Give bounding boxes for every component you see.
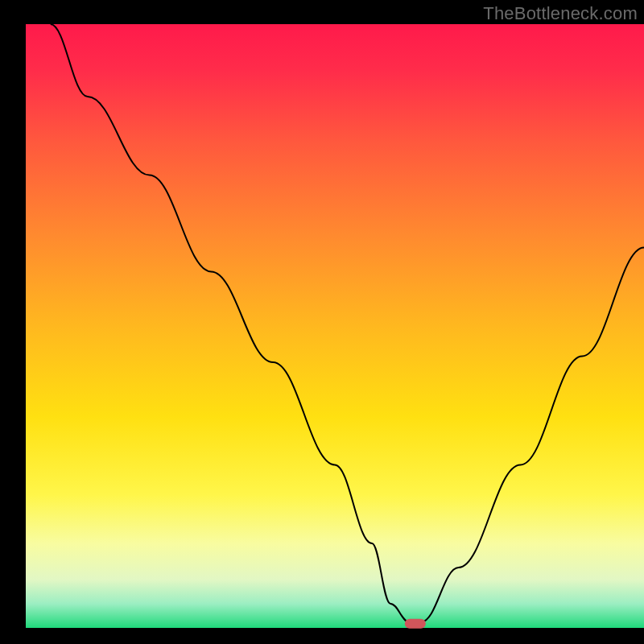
bottleneck-chart: TheBottleneck.com bbox=[0, 0, 644, 644]
watermark-text: TheBottleneck.com bbox=[483, 3, 638, 24]
optimum-marker bbox=[405, 619, 426, 629]
plot-background bbox=[26, 24, 644, 628]
chart-svg bbox=[0, 0, 644, 644]
